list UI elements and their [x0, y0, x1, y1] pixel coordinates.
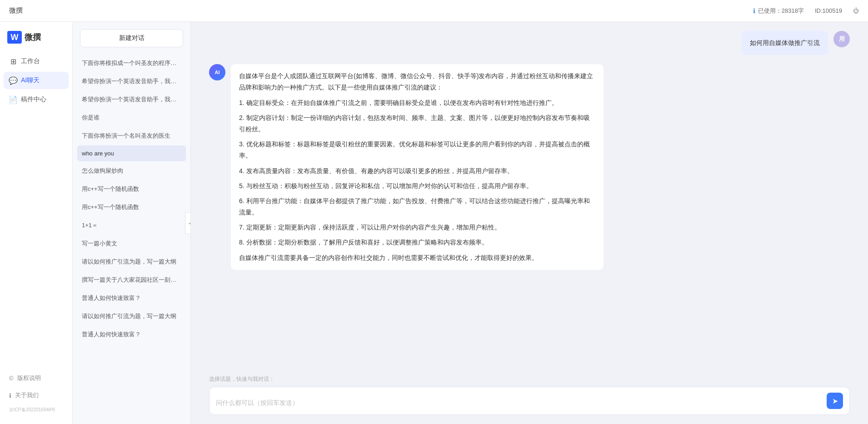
sidebar-item-label: AI聊天 [21, 76, 40, 85]
logout-icon[interactable]: ⏻ [853, 7, 859, 14]
topbar-title: 微撰 [9, 6, 23, 15]
about-icon: ℹ [9, 392, 11, 399]
chat-history-item[interactable]: 希望你扮演一个英语发音助手，我提供给你... [77, 91, 186, 108]
chat-history-item[interactable]: 普通人如何快速致富？ [77, 326, 186, 343]
chat-history-item[interactable]: 怎么做狗屎炒肉 [77, 162, 186, 180]
avatar: 用 [833, 31, 850, 47]
chat-history-item[interactable]: 写一篇小黄文 [77, 235, 186, 252]
usage-text: 已使用：28318字 [758, 7, 804, 15]
sidebar-item-workbench[interactable]: ⊞ 工作台 [4, 53, 69, 70]
chat-history-item[interactable]: 用c++写一个随机函数 [77, 199, 186, 216]
sidebar-nav: ⊞ 工作台 💬 AI聊天 📄 稿件中心 [0, 53, 72, 370]
copyright-icon: © [9, 375, 14, 382]
input-wrapper: ➤ [209, 387, 850, 415]
send-icon: ➤ [832, 397, 838, 405]
icp-text: 京ICP备2022016948号 [4, 405, 69, 415]
logo-icon: W [7, 31, 22, 44]
main-layout: W 微撰 ⊞ 工作台 💬 AI聊天 📄 稿件中心 © 版权说明 ℹ [0, 22, 868, 424]
topbar-id: ID:100519 [815, 7, 842, 14]
sidebar-item-label: 稿件中心 [21, 95, 46, 104]
ai-chat-icon: 💬 [9, 76, 17, 85]
sidebar-item-about[interactable]: ℹ 关于我们 [4, 388, 69, 403]
workbench-icon: ⊞ [9, 57, 17, 65]
quick-topics-label: 选择话题，快速与我对话： [209, 375, 850, 383]
sidebar-item-drafts[interactable]: 📄 稿件中心 [4, 91, 69, 108]
chat-history-list: 下面你将模拟成一个叫圣友的程序员，我说...希望你扮演一个英语发音助手，我提供给… [73, 55, 190, 424]
usage-icon: ℹ [753, 7, 755, 15]
sidebar-bottom: © 版权说明 ℹ 关于我们 京ICP备2022016948号 [0, 370, 72, 419]
chat-history-item[interactable]: 1+1＝ [77, 217, 186, 234]
chat-history-item[interactable]: 下面你将模拟成一个叫圣友的程序员，我说... [77, 55, 186, 72]
message-row: AI自媒体平台是个人或团队通过互联网平台(如博客、微博、微信公众号、抖音、快手等… [209, 64, 850, 270]
chat-history-item[interactable]: 撰写一篇关于八大家花园社区一刻钟便民生... [77, 271, 186, 289]
logo-text: 微撰 [25, 32, 41, 43]
chat-history-item[interactable]: who are you [77, 145, 186, 161]
topbar-right: ℹ 已使用：28318字 ID:100519 ⏻ [753, 7, 859, 15]
chat-history-item[interactable]: 希望你扮演一个英语发音助手，我提供给你... [77, 73, 186, 90]
collapse-sidebar-button[interactable]: ◀ [185, 212, 191, 234]
chat-messages: 用如何用自媒体做推广引流AI自媒体平台是个人或团队通过互联网平台(如博客、微博、… [191, 22, 868, 371]
sidebar-item-copyright[interactable]: © 版权说明 [4, 370, 69, 386]
chat-history-item[interactable]: 下面你将扮演一个名叫圣友的医生 [77, 127, 186, 145]
message-row: 用如何用自媒体做推广引流 [209, 31, 850, 55]
chat-history-item[interactable]: 用c++写一个随机函数 [77, 180, 186, 198]
message-bubble: 如何用自媒体做推广引流 [742, 31, 828, 55]
topbar-usage: ℹ 已使用：28318字 [753, 7, 804, 15]
chat-history-item[interactable]: 请以如何推广引流为题，写一篇大纲 [77, 253, 186, 270]
sidebar-item-label: 工作台 [21, 57, 40, 65]
copyright-label: 版权说明 [17, 374, 41, 382]
sidebar-logo: W 微撰 [0, 31, 72, 53]
chat-history-item[interactable]: 普通人如何快速致富？ [77, 289, 186, 307]
chat-main: 用如何用自媒体做推广引流AI自媒体平台是个人或团队通过互联网平台(如博客、微博、… [191, 22, 868, 424]
topbar: 微撰 ℹ 已使用：28318字 ID:100519 ⏻ [0, 0, 868, 22]
about-label: 关于我们 [15, 391, 39, 399]
message-bubble: 自媒体平台是个人或团队通过互联网平台(如博客、微博、微信公众号、抖音、快手等)发… [231, 64, 604, 270]
drafts-icon: 📄 [9, 95, 17, 104]
avatar: AI [209, 64, 225, 80]
chat-history-item[interactable]: 请以如何推广引流为题，写一篇大纲 [77, 308, 186, 325]
chat-history-item[interactable]: 你是谁 [77, 109, 186, 126]
sidebar-item-ai-chat[interactable]: 💬 AI聊天 [4, 72, 69, 89]
new-chat-button[interactable]: 新建对话 [80, 29, 183, 47]
sidebar: W 微撰 ⊞ 工作台 💬 AI聊天 📄 稿件中心 © 版权说明 ℹ [0, 22, 73, 424]
chat-history-panel: 新建对话 下面你将模拟成一个叫圣友的程序员，我说...希望你扮演一个英语发音助手… [73, 22, 191, 424]
chat-input[interactable] [216, 399, 822, 409]
chat-input-area: 选择话题，快速与我对话： ➤ [191, 371, 868, 424]
send-button[interactable]: ➤ [827, 393, 843, 409]
